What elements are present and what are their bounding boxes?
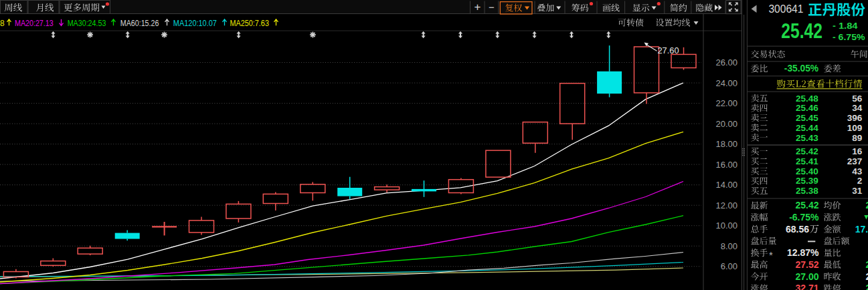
svg-text:27.60: 27.60 (658, 45, 679, 55)
svg-text:27.00: 27.00 (795, 271, 818, 282)
svg-text:237: 237 (847, 156, 863, 166)
svg-text:10.00: 10.00 (715, 221, 737, 231)
svg-text:14.00: 14.00 (715, 180, 737, 190)
svg-text:6.00: 6.00 (721, 261, 737, 271)
svg-text:20.00: 20.00 (715, 119, 737, 129)
svg-text:8: 8 (0, 19, 5, 28)
svg-text:22.00: 22.00 (715, 98, 737, 108)
svg-text:25.44: 25.44 (796, 123, 818, 133)
svg-text:89: 89 (852, 133, 862, 143)
svg-text:26: 26 (866, 200, 868, 210)
svg-text:16.00: 16.00 (715, 160, 737, 170)
svg-text:18.00: 18.00 (715, 139, 737, 149)
svg-text:17.42: 17.42 (855, 224, 868, 235)
svg-text:12.87%: 12.87% (787, 247, 819, 258)
svg-text:MA20:27.13: MA20:27.13 (15, 19, 54, 28)
svg-text:MA120:10.07: MA120:10.07 (173, 19, 217, 28)
svg-text:25.40: 25.40 (796, 166, 818, 176)
svg-text:- 6.75%: - 6.75% (833, 32, 865, 42)
svg-text:25.46: 25.46 (796, 103, 818, 113)
svg-text:25.42: 25.42 (796, 146, 818, 156)
svg-text:MA250:7.63: MA250:7.63 (230, 19, 270, 28)
svg-text:8.00: 8.00 (721, 241, 737, 251)
svg-text:25.48: 25.48 (796, 94, 818, 104)
svg-text:43: 43 (852, 166, 863, 176)
svg-text:- 1.84: - 1.84 (833, 21, 858, 31)
svg-text:32.71: 32.71 (795, 283, 818, 290)
svg-text:396: 396 (847, 113, 863, 123)
svg-text:25.38: 25.38 (796, 186, 818, 196)
svg-text:68.56: 68.56 (786, 224, 809, 235)
svg-text:25: 25 (866, 259, 868, 270)
svg-text:12.00: 12.00 (715, 200, 737, 210)
svg-text:24: 24 (866, 283, 868, 290)
svg-text:*: * (769, 249, 773, 261)
svg-text:27.52: 27.52 (795, 259, 818, 270)
svg-text:25.45: 25.45 (796, 113, 818, 123)
svg-text:16: 16 (852, 146, 863, 156)
svg-text:31: 31 (852, 186, 863, 196)
svg-text:+: + (474, 1, 481, 13)
svg-text:-6.75%: -6.75% (789, 212, 819, 223)
svg-text:27: 27 (866, 271, 868, 282)
svg-text:−: − (489, 1, 495, 13)
svg-text:25.41: 25.41 (796, 156, 818, 166)
svg-text:26.00: 26.00 (715, 57, 737, 67)
svg-text:MA60:15.26: MA60:15.26 (120, 19, 159, 28)
svg-text:25.42: 25.42 (795, 200, 818, 210)
svg-text:25.43: 25.43 (796, 133, 818, 143)
svg-text:MA30:24.53: MA30:24.53 (68, 19, 106, 28)
svg-text:109: 109 (847, 123, 863, 133)
svg-text:56: 56 (852, 94, 863, 104)
svg-text:25.42: 25.42 (781, 19, 822, 43)
svg-text:300641: 300641 (768, 3, 803, 15)
svg-text:2: 2 (857, 176, 863, 186)
svg-text:24.00: 24.00 (715, 78, 737, 88)
svg-text:25.39: 25.39 (796, 176, 818, 186)
svg-text:-35.05%: -35.05% (784, 63, 819, 74)
svg-text:34: 34 (852, 103, 863, 113)
